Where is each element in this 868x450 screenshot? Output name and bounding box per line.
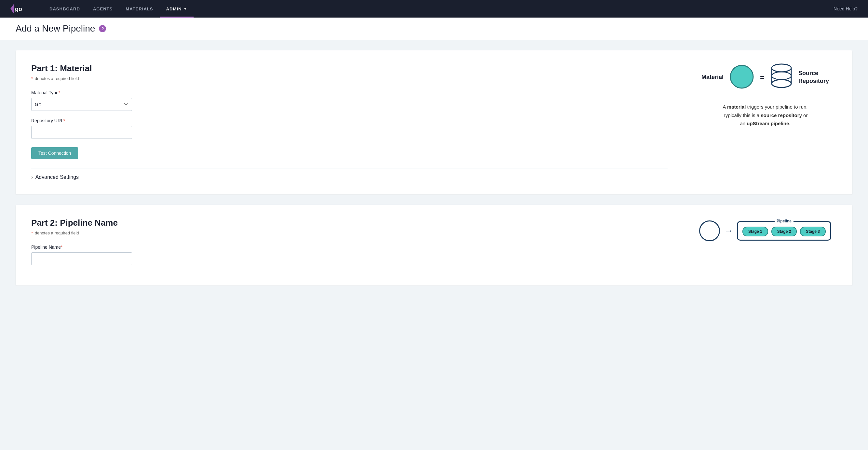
- navbar: go DASHBOARD AGENTS MATERIALS ADMIN ▼ Ne…: [0, 0, 868, 18]
- pipeline-source-circle-icon: [699, 220, 720, 241]
- page-header: Add a New Pipeline ?: [0, 18, 868, 40]
- svg-point-2: [731, 65, 753, 88]
- pipeline-box: Pipeline Stage 1 Stage 2 Stage 3: [737, 221, 831, 240]
- material-type-label: Material Type*: [31, 90, 668, 95]
- required-star: *: [31, 76, 33, 81]
- nav-item-materials[interactable]: MATERIALS: [119, 0, 159, 18]
- pipeline-name-input[interactable]: [31, 252, 132, 265]
- svg-point-6: [772, 80, 791, 88]
- part1-card: Part 1: Material * denotes a required fi…: [16, 51, 852, 194]
- source-repo-label: Source Repository: [798, 70, 829, 85]
- part2-title: Part 2: Pipeline Name: [31, 218, 668, 228]
- stage-badge-1: Stage 1: [742, 227, 768, 236]
- part1-required-note: * denotes a required field: [31, 76, 668, 81]
- pipeline-box-label: Pipeline: [775, 219, 794, 223]
- advanced-settings-label: Advanced Settings: [35, 174, 79, 180]
- page-title: Add a New Pipeline: [16, 24, 95, 34]
- svg-point-7: [772, 72, 791, 80]
- test-connection-button[interactable]: Test Connection: [31, 147, 78, 159]
- pipeline-name-field: Pipeline Name*: [31, 245, 668, 265]
- material-type-field: Material Type* Git Subversion Mercurial …: [31, 90, 668, 111]
- material-circle-icon: [729, 64, 755, 90]
- nav-item-admin[interactable]: ADMIN ▼: [160, 0, 194, 18]
- nav-item-agents[interactable]: AGENTS: [87, 0, 119, 18]
- app-logo[interactable]: go: [10, 4, 27, 13]
- admin-dropdown-arrow: ▼: [184, 7, 187, 11]
- repository-url-input[interactable]: [31, 126, 132, 139]
- part1-inner: Part 1: Material * denotes a required fi…: [31, 63, 837, 182]
- svg-text:go: go: [15, 6, 22, 12]
- help-badge[interactable]: ?: [99, 25, 106, 32]
- nav-item-dashboard[interactable]: DASHBOARD: [43, 0, 87, 18]
- pipeline-diagram: → Pipeline Stage 1 Stage 2 Stage 3: [699, 220, 831, 241]
- part1-illustration: Material =: [693, 63, 837, 128]
- part2-required-note: * denotes a required field: [31, 230, 668, 235]
- advanced-settings-toggle[interactable]: › Advanced Settings: [31, 168, 668, 182]
- stage-badge-2: Stage 2: [771, 227, 797, 236]
- part1-form: Part 1: Material * denotes a required fi…: [31, 63, 668, 182]
- pipeline-stages: Stage 1 Stage 2 Stage 3: [742, 227, 826, 236]
- help-link[interactable]: Need Help?: [834, 6, 858, 11]
- svg-marker-0: [10, 4, 14, 13]
- pipeline-arrow-icon: →: [724, 226, 733, 236]
- part2-inner: Part 2: Pipeline Name * denotes a requir…: [31, 218, 837, 272]
- part2-card: Part 2: Pipeline Name * denotes a requir…: [16, 205, 852, 286]
- svg-point-3: [772, 64, 791, 72]
- pipeline-name-label: Pipeline Name*: [31, 245, 668, 250]
- stage-badge-3: Stage 3: [800, 227, 826, 236]
- material-diagram-label: Material: [702, 74, 723, 81]
- repository-url-label: Repository URL*: [31, 118, 668, 123]
- repository-url-field: Repository URL*: [31, 118, 668, 139]
- main-content: Part 1: Material * denotes a required fi…: [0, 40, 868, 306]
- chevron-right-icon: ›: [31, 174, 33, 180]
- part2-form: Part 2: Pipeline Name * denotes a requir…: [31, 218, 668, 272]
- source-repository-icon: [770, 63, 793, 91]
- nav-items: DASHBOARD AGENTS MATERIALS ADMIN ▼: [43, 0, 834, 18]
- material-type-select[interactable]: Git Subversion Mercurial TFS Perforce Pa…: [31, 98, 132, 111]
- material-description: A material triggers your pipeline to run…: [722, 103, 807, 128]
- part2-illustration: → Pipeline Stage 1 Stage 2 Stage 3: [693, 218, 837, 241]
- material-diagram: Material =: [702, 63, 829, 91]
- part1-title: Part 1: Material: [31, 63, 668, 73]
- equals-sign: =: [760, 73, 765, 82]
- required-star-2: *: [31, 230, 33, 235]
